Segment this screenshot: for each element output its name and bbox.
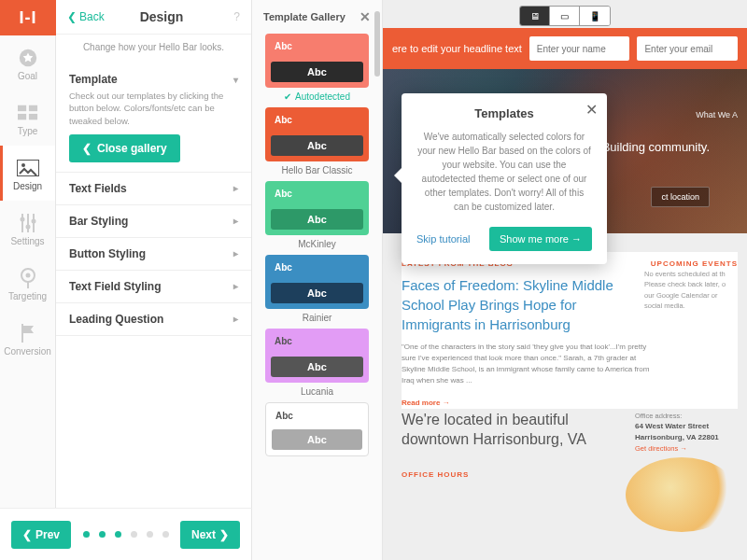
desktop-icon: 🖥	[530, 11, 540, 21]
close-icon[interactable]: ✕	[585, 101, 598, 119]
template-card[interactable]: AbcAbcMcKinley	[265, 181, 369, 249]
button-label: Prev	[35, 528, 60, 541]
section-label: Text Fields	[69, 182, 127, 195]
read-more-link[interactable]: Read more →	[402, 399, 450, 407]
popover-title: Templates	[416, 106, 592, 120]
rail-label: Conversion	[4, 346, 51, 357]
image-icon	[15, 159, 41, 177]
skip-tutorial-link[interactable]: Skip tutorial	[416, 233, 470, 245]
svg-rect-4	[28, 114, 36, 119]
device-mobile[interactable]: 📱	[580, 7, 610, 25]
template-sample-text: Abc	[271, 260, 363, 274]
tutorial-popover: ✕ Templates We've automatically selected…	[402, 93, 607, 264]
events-text: No events scheduled at th Please check b…	[644, 269, 738, 311]
grid-icon	[15, 104, 41, 122]
preview-pane: 🖥 ▭ 📱 ere to edit your headline text Wha…	[383, 0, 747, 560]
mobile-icon: 📱	[589, 11, 600, 21]
show-more-button[interactable]: Show me more →	[489, 227, 592, 251]
rail-conversion[interactable]: Conversion	[0, 311, 55, 366]
template-sample-button: Abc	[271, 62, 363, 82]
step-dot[interactable]	[115, 531, 121, 538]
step-dots	[83, 531, 169, 538]
check-icon: ✔	[284, 91, 291, 102]
section-label: Bar Styling	[69, 215, 128, 228]
chevron-left-icon: ❮	[67, 10, 77, 23]
template-sample-button: Abc	[271, 357, 363, 377]
template-card[interactable]: AbcAbcLucania	[265, 329, 369, 397]
template-sample-button: Abc	[271, 135, 363, 156]
icon-rail: I-I Goal Type Design Settings Targeting …	[0, 0, 56, 560]
chevron-right-icon: ▸	[233, 248, 238, 259]
template-card[interactable]: AbcAbc	[265, 402, 369, 456]
section-text-fields[interactable]: Text Fields▸	[56, 173, 251, 205]
blog-excerpt: "One of the characters in the story said…	[402, 342, 654, 386]
hero-nav-text: What We A	[696, 110, 738, 119]
section-label: Template	[69, 73, 118, 86]
next-button[interactable]: Next ❯	[180, 521, 240, 549]
svg-rect-3	[18, 114, 26, 119]
button-label: Next	[191, 528, 216, 541]
email-input[interactable]	[637, 36, 738, 61]
template-sample-text: Abc	[271, 334, 363, 348]
pin-icon	[15, 269, 41, 287]
template-card[interactable]: AbcAbcHello Bar Classic	[265, 107, 369, 175]
autodetected-label: ✔Autodetected	[265, 91, 369, 102]
step-dot[interactable]	[162, 531, 169, 538]
step-dot[interactable]	[99, 531, 106, 538]
logo[interactable]: I-I	[0, 0, 56, 35]
chevron-left-icon: ❮	[82, 142, 92, 155]
rail-type[interactable]: Type	[0, 91, 55, 146]
section-desc: Check out our templates by clicking the …	[69, 90, 238, 127]
template-name: Lucania	[265, 386, 369, 397]
rail-goal[interactable]: Goal	[0, 35, 55, 91]
hello-bar: ere to edit your headline text	[383, 28, 747, 69]
rail-design[interactable]: Design	[0, 146, 55, 201]
scrollbar[interactable]	[374, 11, 380, 77]
blog-section: LATEST FROM THE BLOG UPCOMING EVENTS Fac…	[402, 252, 738, 409]
back-button[interactable]: ❮ Back	[67, 10, 105, 23]
sliders-icon	[15, 214, 41, 232]
panel-subtitle: Change how your Hello Bar looks.	[56, 35, 251, 63]
close-gallery-button[interactable]: ❮ Close gallery	[69, 134, 180, 162]
footer-nav: ❮ Prev Next ❯	[0, 508, 252, 560]
help-icon[interactable]: ?	[233, 10, 240, 23]
rail-targeting[interactable]: Targeting	[0, 256, 55, 311]
template-sample-button: Abc	[272, 429, 362, 450]
svg-point-14	[25, 273, 30, 278]
section-leading-question[interactable]: Leading Question▸	[56, 303, 251, 336]
location-title: We're located in beautiful downtown Harr…	[402, 411, 607, 450]
chevron-right-icon: ▸	[233, 314, 238, 324]
section-bar-styling[interactable]: Bar Styling▸	[56, 205, 251, 238]
tablet-icon: ▭	[560, 11, 569, 21]
location-button[interactable]: ct location	[651, 187, 710, 207]
template-gallery: Template Gallery ✕ AbcAbc✔AutodetectedAb…	[252, 0, 383, 560]
prev-button[interactable]: ❮ Prev	[11, 521, 71, 549]
directions-link[interactable]: Get directions →	[635, 444, 687, 453]
popover-actions: Skip tutorial Show me more →	[416, 227, 592, 251]
gallery-header: Template Gallery ✕	[252, 9, 382, 34]
rail-settings[interactable]: Settings	[0, 201, 55, 256]
headline-text[interactable]: ere to edit your headline text	[392, 43, 522, 54]
name-input[interactable]	[529, 36, 630, 61]
step-dot[interactable]	[147, 531, 153, 538]
template-card[interactable]: AbcAbcRainier	[265, 255, 369, 323]
device-desktop[interactable]: 🖥	[520, 7, 550, 25]
device-tabs: 🖥 ▭ 📱	[519, 6, 611, 26]
svg-rect-2	[28, 105, 36, 111]
step-dot[interactable]	[83, 531, 90, 538]
section-button-styling[interactable]: Button Styling▸	[56, 238, 251, 271]
rail-label: Type	[18, 126, 38, 136]
template-sample-text: Abc	[271, 113, 363, 127]
back-label: Back	[79, 10, 105, 23]
step-dot[interactable]	[131, 531, 137, 538]
section-text-field-styling[interactable]: Text Field Styling▸	[56, 271, 251, 303]
rail-label: Targeting	[8, 291, 47, 301]
blog-post-title[interactable]: Faces of Freedom: Skyline Middle School …	[402, 275, 644, 334]
template-sample-button: Abc	[271, 283, 363, 303]
device-tablet[interactable]: ▭	[550, 7, 580, 25]
close-icon[interactable]: ✕	[359, 9, 371, 24]
svg-point-11	[25, 225, 30, 230]
template-card[interactable]: AbcAbc✔Autodetected	[265, 34, 369, 102]
hero-location: ct location	[651, 187, 710, 207]
section-header[interactable]: Template ▾	[69, 73, 238, 86]
